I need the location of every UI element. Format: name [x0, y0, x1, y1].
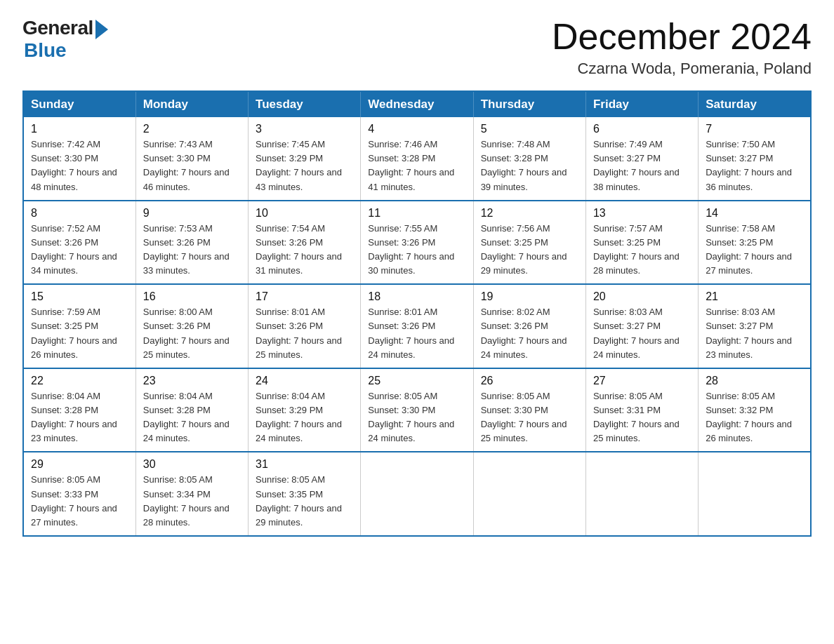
daylight-label: Daylight: 7 hours and 41 minutes. — [368, 167, 454, 192]
calendar-cell: 29 Sunrise: 8:05 AM Sunset: 3:33 PM Dayl… — [23, 452, 135, 536]
sunset-label: Sunset: 3:25 PM — [31, 321, 98, 331]
day-info: Sunrise: 7:48 AM Sunset: 3:28 PM Dayligh… — [481, 137, 578, 194]
daylight-label: Daylight: 7 hours and 24 minutes. — [368, 419, 454, 443]
daylight-label: Daylight: 7 hours and 24 minutes. — [593, 335, 680, 360]
day-number: 28 — [706, 375, 803, 387]
calendar-week-row: 22 Sunrise: 8:04 AM Sunset: 3:28 PM Dayl… — [23, 368, 811, 452]
calendar-cell — [699, 452, 811, 536]
day-info: Sunrise: 7:56 AM Sunset: 3:25 PM Dayligh… — [481, 222, 578, 279]
daylight-label: Daylight: 7 hours and 28 minutes. — [143, 503, 230, 528]
day-number: 11 — [368, 207, 465, 220]
sunrise-label: Sunrise: 8:01 AM — [256, 307, 325, 317]
sunrise-label: Sunrise: 8:05 AM — [256, 474, 325, 485]
day-number: 8 — [31, 207, 128, 220]
daylight-label: Daylight: 7 hours and 38 minutes. — [593, 167, 680, 192]
day-number: 31 — [256, 458, 353, 471]
day-number: 2 — [143, 123, 241, 135]
weekday-header-thursday: Thursday — [473, 91, 585, 117]
calendar-week-row: 1 Sunrise: 7:42 AM Sunset: 3:30 PM Dayli… — [23, 117, 811, 201]
calendar-cell: 20 Sunrise: 8:03 AM Sunset: 3:27 PM Dayl… — [585, 284, 698, 368]
calendar-week-row: 15 Sunrise: 7:59 AM Sunset: 3:25 PM Dayl… — [23, 284, 811, 368]
day-number: 30 — [143, 458, 241, 471]
sunset-label: Sunset: 3:27 PM — [706, 153, 773, 163]
day-number: 9 — [143, 207, 241, 220]
day-number: 24 — [256, 375, 353, 387]
daylight-label: Daylight: 7 hours and 29 minutes. — [481, 251, 567, 276]
day-number: 17 — [256, 290, 353, 303]
sunrise-label: Sunrise: 8:03 AM — [706, 307, 775, 317]
daylight-label: Daylight: 7 hours and 23 minutes. — [31, 419, 117, 443]
sunset-label: Sunset: 3:25 PM — [593, 237, 661, 248]
daylight-label: Daylight: 7 hours and 28 minutes. — [593, 251, 680, 276]
weekday-header-friday: Friday — [585, 91, 698, 117]
sunset-label: Sunset: 3:26 PM — [368, 237, 435, 248]
daylight-label: Daylight: 7 hours and 27 minutes. — [31, 503, 117, 528]
sunrise-label: Sunrise: 8:05 AM — [481, 391, 550, 401]
calendar-cell: 7 Sunrise: 7:50 AM Sunset: 3:27 PM Dayli… — [699, 117, 811, 201]
day-number: 22 — [31, 375, 128, 387]
sunrise-label: Sunrise: 8:05 AM — [368, 391, 437, 401]
daylight-label: Daylight: 7 hours and 26 minutes. — [31, 335, 117, 360]
sunset-label: Sunset: 3:34 PM — [143, 489, 211, 499]
sunrise-label: Sunrise: 8:04 AM — [31, 391, 100, 401]
daylight-label: Daylight: 7 hours and 24 minutes. — [368, 335, 454, 360]
day-number: 27 — [593, 375, 691, 387]
daylight-label: Daylight: 7 hours and 34 minutes. — [31, 251, 117, 276]
calendar-cell: 10 Sunrise: 7:54 AM Sunset: 3:26 PM Dayl… — [249, 201, 361, 285]
calendar-cell: 22 Sunrise: 8:04 AM Sunset: 3:28 PM Dayl… — [23, 368, 135, 452]
calendar-week-row: 8 Sunrise: 7:52 AM Sunset: 3:26 PM Dayli… — [23, 201, 811, 285]
day-info: Sunrise: 7:53 AM Sunset: 3:26 PM Dayligh… — [143, 222, 241, 279]
sunrise-label: Sunrise: 7:58 AM — [706, 223, 775, 234]
daylight-label: Daylight: 7 hours and 25 minutes. — [593, 419, 680, 443]
sunset-label: Sunset: 3:27 PM — [706, 321, 773, 331]
calendar-cell: 15 Sunrise: 7:59 AM Sunset: 3:25 PM Dayl… — [23, 284, 135, 368]
calendar-cell: 14 Sunrise: 7:58 AM Sunset: 3:25 PM Dayl… — [699, 201, 811, 285]
sunset-label: Sunset: 3:29 PM — [256, 405, 323, 415]
calendar-table: SundayMondayTuesdayWednesdayThursdayFrid… — [22, 90, 812, 537]
calendar-cell: 17 Sunrise: 8:01 AM Sunset: 3:26 PM Dayl… — [249, 284, 361, 368]
daylight-label: Daylight: 7 hours and 48 minutes. — [31, 167, 117, 192]
sunrise-label: Sunrise: 7:50 AM — [706, 139, 775, 149]
day-info: Sunrise: 8:04 AM Sunset: 3:28 PM Dayligh… — [143, 389, 241, 446]
weekday-header-tuesday: Tuesday — [249, 91, 361, 117]
day-number: 1 — [31, 123, 128, 135]
sunset-label: Sunset: 3:25 PM — [706, 237, 773, 248]
sunset-label: Sunset: 3:28 PM — [143, 405, 211, 415]
daylight-label: Daylight: 7 hours and 29 minutes. — [256, 503, 342, 528]
day-number: 18 — [368, 290, 465, 303]
day-number: 4 — [368, 123, 465, 135]
location-subtitle: Czarna Woda, Pomerania, Poland — [552, 60, 812, 78]
sunset-label: Sunset: 3:25 PM — [481, 237, 548, 248]
day-info: Sunrise: 8:05 AM Sunset: 3:34 PM Dayligh… — [143, 473, 241, 530]
day-info: Sunrise: 7:43 AM Sunset: 3:30 PM Dayligh… — [143, 137, 241, 194]
daylight-label: Daylight: 7 hours and 33 minutes. — [143, 251, 230, 276]
day-number: 21 — [706, 290, 803, 303]
day-number: 15 — [31, 290, 128, 303]
calendar-cell: 4 Sunrise: 7:46 AM Sunset: 3:28 PM Dayli… — [361, 117, 473, 201]
calendar-cell: 18 Sunrise: 8:01 AM Sunset: 3:26 PM Dayl… — [361, 284, 473, 368]
daylight-label: Daylight: 7 hours and 39 minutes. — [481, 167, 567, 192]
day-info: Sunrise: 7:42 AM Sunset: 3:30 PM Dayligh… — [31, 137, 128, 194]
sunset-label: Sunset: 3:27 PM — [593, 153, 661, 163]
day-info: Sunrise: 7:57 AM Sunset: 3:25 PM Dayligh… — [593, 222, 691, 279]
sunrise-label: Sunrise: 7:43 AM — [143, 139, 213, 149]
calendar-cell: 8 Sunrise: 7:52 AM Sunset: 3:26 PM Dayli… — [23, 201, 135, 285]
sunset-label: Sunset: 3:26 PM — [368, 321, 435, 331]
daylight-label: Daylight: 7 hours and 27 minutes. — [706, 251, 792, 276]
calendar-cell: 16 Sunrise: 8:00 AM Sunset: 3:26 PM Dayl… — [135, 284, 248, 368]
sunrise-label: Sunrise: 8:05 AM — [593, 391, 663, 401]
day-number: 20 — [593, 290, 691, 303]
daylight-label: Daylight: 7 hours and 31 minutes. — [256, 251, 342, 276]
weekday-header-saturday: Saturday — [699, 91, 811, 117]
sunset-label: Sunset: 3:30 PM — [31, 153, 98, 163]
sunset-label: Sunset: 3:30 PM — [143, 153, 211, 163]
calendar-cell: 19 Sunrise: 8:02 AM Sunset: 3:26 PM Dayl… — [473, 284, 585, 368]
sunrise-label: Sunrise: 7:59 AM — [31, 307, 100, 317]
daylight-label: Daylight: 7 hours and 30 minutes. — [368, 251, 454, 276]
day-number: 25 — [368, 375, 465, 387]
sunrise-label: Sunrise: 8:04 AM — [256, 391, 325, 401]
calendar-cell: 21 Sunrise: 8:03 AM Sunset: 3:27 PM Dayl… — [699, 284, 811, 368]
calendar-cell: 6 Sunrise: 7:49 AM Sunset: 3:27 PM Dayli… — [585, 117, 698, 201]
day-number: 26 — [481, 375, 578, 387]
calendar-cell: 30 Sunrise: 8:05 AM Sunset: 3:34 PM Dayl… — [135, 452, 248, 536]
